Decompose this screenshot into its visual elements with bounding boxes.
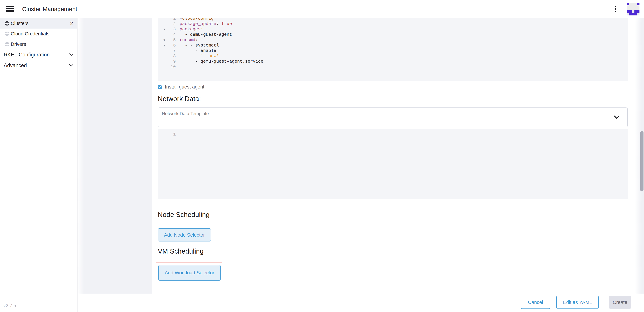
chevron-down-icon xyxy=(69,53,73,56)
scrollbar-track[interactable] xyxy=(635,18,644,294)
sidebar-nav: Clusters2 Cloud Credentials DriversRKE1 … xyxy=(0,18,78,312)
line-number: 10 xyxy=(158,64,176,70)
checkmark-icon xyxy=(158,85,162,88)
network-data-editor[interactable]: 1 xyxy=(158,129,628,199)
code-line: 10 xyxy=(158,64,628,70)
kebab-menu-icon[interactable] xyxy=(612,4,618,14)
code-line: 5▾runcmd: xyxy=(158,37,628,43)
install-guest-agent-checkbox[interactable] xyxy=(158,85,162,89)
section-divider xyxy=(158,204,628,204)
select-placeholder: Network Data Template xyxy=(162,111,209,116)
sidebar-item-drivers[interactable]: Drivers xyxy=(0,39,77,49)
code-line: 1#cloud-config xyxy=(158,18,628,21)
line-number: 6 xyxy=(158,43,176,48)
user-avatar-identicon[interactable] xyxy=(627,3,640,16)
line-number: 2 xyxy=(158,21,176,27)
code-line: 3▾packages: xyxy=(158,27,628,32)
sidebar-item-cloud-credentials[interactable]: Cloud Credentials xyxy=(0,29,77,39)
cloud-init-yaml-editor[interactable]: 1#cloud-config2package_update: true3▾pac… xyxy=(158,18,628,81)
line-number: 3 xyxy=(158,27,176,32)
code-line: 7 - enable xyxy=(158,48,628,53)
sidebar-item-advanced[interactable]: Advanced xyxy=(0,60,77,71)
app-header: Cluster Management xyxy=(0,0,644,18)
line-number: 4 xyxy=(158,32,176,37)
chevron-down-icon xyxy=(614,115,620,119)
code-line: 9 - qemu-guest-agent.service xyxy=(158,59,628,64)
install-guest-agent-row: Install guest agent xyxy=(158,83,204,91)
fold-arrow-icon[interactable]: ▾ xyxy=(164,43,165,48)
item-count-badge: 2 xyxy=(70,21,73,26)
line-number: 9 xyxy=(158,59,176,64)
globe-icon xyxy=(5,31,10,36)
code-line: 8 - '--now' xyxy=(158,53,628,59)
sidebar-item-rke1-configuration[interactable]: RKE1 Configuration xyxy=(0,49,77,60)
sidebar-item-label: RKE1 Configuration xyxy=(4,52,50,58)
cluster-management-page: Cluster Management Clusters2 Cloud Crede… xyxy=(0,0,644,312)
add-node-selector-button[interactable]: Add Node Selector xyxy=(158,228,211,241)
hamburger-menu-icon[interactable] xyxy=(6,6,14,13)
code-line: 1 xyxy=(158,132,628,137)
content-left-panel xyxy=(78,18,152,294)
action-highlight-box: Add Workload Selector xyxy=(156,262,222,283)
scrollbar-thumb[interactable] xyxy=(640,131,644,191)
install-guest-agent-label: Install guest agent xyxy=(165,84,204,90)
page-title: Cluster Management xyxy=(22,0,77,18)
line-number: 1 xyxy=(158,132,176,137)
network-data-heading: Network Data: xyxy=(158,95,201,103)
network-data-template-select[interactable]: Network Data Template xyxy=(158,107,628,127)
line-number: 7 xyxy=(158,48,176,53)
fold-arrow-icon[interactable]: ▾ xyxy=(164,37,165,43)
footer-action-bar: Cancel Edit as YAML Create xyxy=(78,294,644,312)
line-number: 8 xyxy=(158,53,176,59)
sidebar-item-label: Advanced xyxy=(4,62,27,69)
sidebar-item-label: Clusters xyxy=(11,21,28,26)
edit-as-yaml-button[interactable]: Edit as YAML xyxy=(556,296,599,309)
sidebar-item-label: Drivers xyxy=(11,42,26,47)
cancel-button[interactable]: Cancel xyxy=(521,296,550,309)
globe-icon xyxy=(5,21,10,26)
code-line: 6▾ - - systemctl xyxy=(158,43,628,48)
code-line: 2package_update: true xyxy=(158,21,628,27)
globe-icon xyxy=(5,42,10,47)
chevron-down-icon xyxy=(69,64,73,67)
code-line: 4 - qemu-guest-agent xyxy=(158,32,628,37)
fold-arrow-icon[interactable]: ▾ xyxy=(164,27,165,32)
vm-scheduling-heading: VM Scheduling xyxy=(158,247,204,255)
line-number: 1 xyxy=(158,18,176,21)
line-number: 5 xyxy=(158,37,176,43)
version-label: v2.7.5 xyxy=(3,303,16,308)
node-scheduling-heading: Node Scheduling xyxy=(158,211,210,218)
section-divider xyxy=(158,290,628,290)
sidebar-item-clusters[interactable]: Clusters2 xyxy=(0,18,77,29)
sidebar-item-label: Cloud Credentials xyxy=(11,31,50,37)
add-workload-selector-button[interactable]: Add Workload Selector xyxy=(158,265,221,281)
create-button[interactable]: Create xyxy=(609,296,631,309)
